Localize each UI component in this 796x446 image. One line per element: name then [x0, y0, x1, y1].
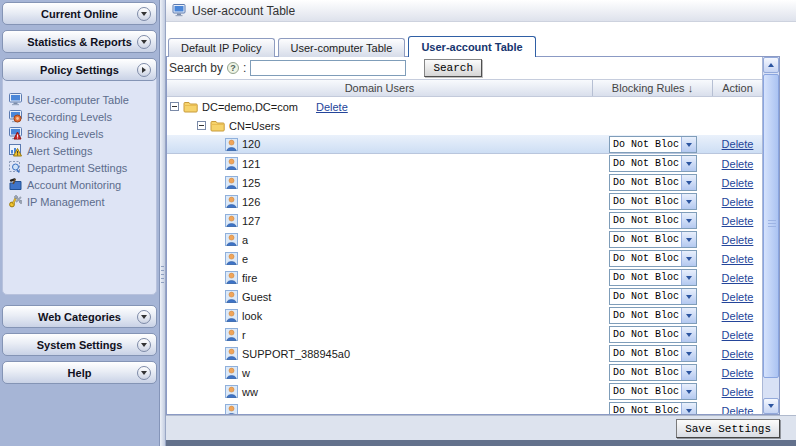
delete-user-link[interactable]: Delete	[722, 386, 754, 398]
sidebar-item-user-computer-table[interactable]: User-computer Table	[3, 91, 156, 108]
sidebar-section-statistics-reports[interactable]: Statistics & Reports	[2, 30, 157, 53]
scrollbar-down-button[interactable]	[763, 398, 779, 414]
column-header-blocking-rules[interactable]: Blocking Rules ↓	[593, 80, 713, 96]
blocking-rule-select[interactable]: Do Not Bloc	[609, 288, 697, 305]
blocking-rule-select[interactable]: Do Not Bloc	[609, 383, 697, 400]
sidebar-section-policy-settings[interactable]: Policy Settings	[2, 58, 157, 81]
monitor-record-icon	[9, 110, 22, 123]
search-button[interactable]: Search	[424, 59, 482, 77]
tab-user-computer-table[interactable]: User-computer Table	[278, 38, 406, 57]
search-input[interactable]	[250, 60, 406, 76]
user-icon	[225, 347, 238, 360]
chevron-down-icon[interactable]	[681, 403, 696, 414]
chevron-down-icon[interactable]	[681, 327, 696, 342]
sidebar-section-help[interactable]: Help	[2, 361, 157, 384]
chevron-down-icon[interactable]	[681, 384, 696, 399]
delete-user-link[interactable]: Delete	[722, 177, 754, 189]
help-icon[interactable]: ?	[227, 62, 239, 74]
computer-monitor-icon	[9, 93, 22, 106]
sidebar-section-system-settings[interactable]: System Settings	[2, 333, 157, 356]
delete-user-link[interactable]: Delete	[722, 158, 754, 170]
policy-settings-panel: User-computer Table Recording Levels Blo…	[2, 69, 157, 295]
sidebar-item-ip-management[interactable]: IP Management	[3, 193, 156, 210]
delete-user-link[interactable]: Delete	[722, 253, 754, 265]
blocking-rule-select[interactable]: Do Not Bloc	[609, 326, 697, 343]
delete-user-link[interactable]: Delete	[722, 215, 754, 227]
blocking-rule-select[interactable]: Do Not Bloc	[609, 250, 697, 267]
chevron-down-icon[interactable]	[681, 175, 696, 190]
table-header: Domain Users Blocking Rules ↓ Action	[167, 79, 762, 97]
tab-user-account-table[interactable]: User-account Table	[408, 36, 535, 57]
domain-user-name: 120	[242, 138, 260, 150]
chevron-down-circle-icon	[137, 35, 151, 49]
tab-default-ip-policy[interactable]: Default IP Policy	[168, 38, 275, 57]
sidebar-item-department-settings[interactable]: Department Settings	[3, 159, 156, 176]
delete-user-link[interactable]: Delete	[722, 348, 754, 360]
user-icon	[225, 309, 238, 322]
chevron-down-icon[interactable]	[681, 137, 696, 152]
table-row: Do Not Bloc Delete	[167, 401, 762, 414]
user-icon	[225, 404, 238, 414]
chevron-down-icon[interactable]	[681, 232, 696, 247]
blocking-rule-select[interactable]: Do Not Bloc	[609, 174, 697, 191]
delete-user-link[interactable]: Delete	[722, 234, 754, 246]
delete-user-link[interactable]: Delete	[722, 196, 754, 208]
delete-user-link[interactable]: Delete	[722, 138, 754, 150]
chevron-down-icon[interactable]	[681, 251, 696, 266]
blocking-rule-value: Do Not Bloc	[610, 289, 681, 304]
delete-user-link[interactable]: Delete	[722, 367, 754, 379]
blocking-rule-select[interactable]: Do Not Bloc	[609, 212, 697, 229]
user-icon	[225, 290, 238, 303]
sidebar-item-blocking-levels[interactable]: Blocking Levels	[3, 125, 156, 142]
chevron-up-icon	[768, 60, 774, 67]
blocking-rule-select[interactable]: Do Not Bloc	[609, 402, 697, 414]
vertical-scrollbar[interactable]	[762, 57, 779, 414]
chevron-down-icon[interactable]	[681, 308, 696, 323]
blocking-rule-select[interactable]: Do Not Bloc	[609, 345, 697, 362]
delete-domain-link[interactable]: Delete	[316, 101, 348, 113]
chevron-down-icon[interactable]	[681, 194, 696, 209]
sidebar-item-recording-levels[interactable]: Recording Levels	[3, 108, 156, 125]
blocking-rule-value: Do Not Bloc	[610, 270, 681, 285]
domain-user-name: r	[242, 329, 246, 341]
scrollbar-up-button[interactable]	[763, 57, 779, 73]
blocking-rule-select[interactable]: Do Not Bloc	[609, 269, 697, 286]
blocking-rule-select[interactable]: Do Not Bloc	[609, 364, 697, 381]
collapse-icon[interactable]	[170, 102, 179, 111]
delete-user-link[interactable]: Delete	[722, 291, 754, 303]
delete-user-link[interactable]: Delete	[722, 272, 754, 284]
chevron-down-icon[interactable]	[681, 289, 696, 304]
sidebar-item-alert-settings[interactable]: Alert Settings	[3, 142, 156, 159]
delete-user-link[interactable]: Delete	[722, 310, 754, 322]
user-icon	[225, 138, 238, 151]
chevron-down-icon[interactable]	[681, 346, 696, 361]
blocking-rule-value: Do Not Bloc	[610, 175, 681, 190]
blocking-rule-select[interactable]: Do Not Bloc	[609, 307, 697, 324]
chevron-down-icon[interactable]	[681, 270, 696, 285]
sidebar-section-web-categories[interactable]: Web Categories	[2, 305, 157, 328]
blocking-rule-select[interactable]: Do Not Bloc	[609, 136, 697, 153]
scrollbar-thumb[interactable]	[763, 74, 779, 378]
blocking-rule-select[interactable]: Do Not Bloc	[609, 231, 697, 248]
sidebar-item-account-monitoring[interactable]: Account Monitoring	[3, 176, 156, 193]
user-icon	[225, 195, 238, 208]
blocking-rule-select[interactable]: Do Not Bloc	[609, 193, 697, 210]
sidebar-section-current-online[interactable]: Current Online	[2, 2, 157, 25]
chevron-down-icon[interactable]	[681, 365, 696, 380]
table-row: 127 Do Not Bloc Delete	[167, 211, 762, 230]
user-icon	[225, 385, 238, 398]
save-settings-button[interactable]: Save Settings	[676, 419, 780, 438]
chevron-down-icon[interactable]	[681, 156, 696, 171]
table-row: fire Do Not Bloc Delete	[167, 268, 762, 287]
search-bar: Search by ? : Search	[167, 57, 762, 79]
sidebar-item-label: Recording Levels	[27, 111, 112, 123]
section-label: Policy Settings	[3, 64, 156, 76]
table-row: ww Do Not Bloc Delete	[167, 382, 762, 401]
delete-user-link[interactable]: Delete	[722, 329, 754, 341]
page-header: User-account Table	[166, 0, 796, 22]
chevron-down-icon[interactable]	[681, 213, 696, 228]
collapse-icon[interactable]	[197, 121, 206, 130]
table-row: r Do Not Bloc Delete	[167, 325, 762, 344]
delete-user-link[interactable]: Delete	[722, 405, 754, 415]
blocking-rule-select[interactable]: Do Not Bloc	[609, 155, 697, 172]
